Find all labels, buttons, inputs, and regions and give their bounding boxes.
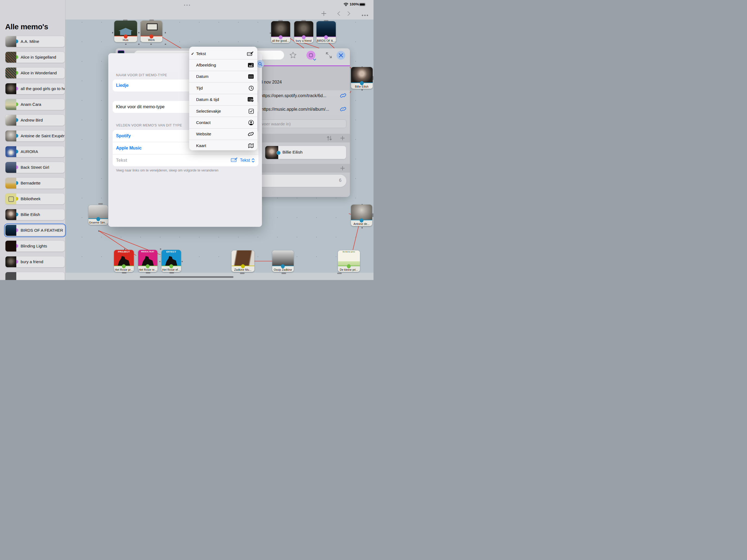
- count-row[interactable]: 6: [255, 175, 346, 187]
- card-drag-handle[interactable]: [282, 273, 286, 274]
- sidebar-item[interactable]: Alice in Wonderland: [5, 67, 65, 79]
- card-drag-handle[interactable]: [240, 273, 244, 274]
- nav-forward-icon[interactable]: [347, 11, 351, 17]
- menu-item-tijd[interactable]: Tijd: [189, 82, 257, 94]
- sidebar-item[interactable]: Billie Eilish: [5, 209, 65, 220]
- sidebar-item[interactable]: Antoine de Saint Exupéry: [5, 130, 65, 142]
- menu-item-contact[interactable]: Contact: [189, 117, 257, 128]
- linked-item-row[interactable]: Billie Eilish: [265, 146, 346, 159]
- sidebar-item[interactable]: BIRDS OF A FEATHER: [5, 225, 65, 236]
- card-image: EFFECT: [161, 250, 181, 266]
- battery-percent: 100%: [350, 2, 359, 6]
- canvas-card[interactable]: Graeme Sim...: [88, 205, 108, 225]
- color-type-button[interactable]: [306, 51, 315, 60]
- card-image: [88, 205, 108, 219]
- sidebar-item-thumbnail: [5, 193, 16, 204]
- value-input[interactable]: (voer waarde in): [255, 119, 346, 128]
- sidebar-item-label: Alice in Spiegelland: [21, 55, 56, 59]
- sidebar-item-partial[interactable]: [5, 272, 65, 280]
- canvas-card[interactable]: Ossip Zadkine: [272, 250, 294, 272]
- canvas-card[interactable]: bury a friend: [294, 21, 313, 43]
- search-button[interactable]: [256, 60, 264, 68]
- menu-item-selectievakje[interactable]: Selectievakje: [189, 105, 257, 117]
- sidebar-item[interactable]: AURORA: [5, 146, 65, 157]
- sidebar-item[interactable]: A.A. Milne: [5, 36, 65, 47]
- sidebar-item[interactable]: Anam Ċara: [5, 99, 65, 110]
- panel-add-icon[interactable]: [340, 166, 345, 171]
- more-options-icon[interactable]: [362, 12, 368, 17]
- selection-handle: [159, 261, 161, 262]
- canvas-card[interactable]: Antoine de...: [351, 205, 372, 226]
- card-status-dot: [170, 264, 173, 268]
- sidebar-item[interactable]: Back Street Girl: [5, 162, 65, 173]
- window-grabber-icon[interactable]: [183, 2, 190, 7]
- field-tekst-label: Tekst: [116, 158, 127, 163]
- canvas-card[interactable]: BIRDS OF A...: [316, 21, 336, 43]
- menu-item-datum[interactable]: Datum: [189, 71, 257, 82]
- close-panel-button[interactable]: [337, 51, 345, 60]
- menu-item-label: Afbeelding: [196, 63, 216, 68]
- canvas-card[interactable]: PROJECTHet Rosie pr...: [114, 250, 134, 272]
- panel-sort-icon[interactable]: [327, 136, 332, 142]
- sidebar-item[interactable]: Alice in Spiegelland: [5, 52, 65, 63]
- link-icon: [248, 131, 254, 137]
- card-label: De kleine pri...: [338, 268, 360, 271]
- card-label: Het Rosie re...: [138, 268, 158, 271]
- card-cover-text: De kleine prins: [338, 251, 360, 252]
- sidebar-item[interactable]: Bibliotheek: [5, 193, 65, 205]
- canvas-card[interactable]: Werk: [140, 21, 162, 42]
- sidebar-item[interactable]: Blinding Lights: [5, 240, 65, 252]
- card-drag-handle[interactable]: [337, 273, 342, 274]
- field-type-button[interactable]: Tekst: [231, 154, 255, 166]
- menu-item-label: Contact: [196, 120, 211, 125]
- card-status-dot: [360, 81, 364, 85]
- sidebar-item[interactable]: all the good girls go to hell: [5, 83, 65, 95]
- sidebar-item[interactable]: bury a friend: [5, 256, 65, 268]
- sidebar-item-label: Anam Ċara: [21, 102, 41, 107]
- count-value: 6: [339, 178, 341, 183]
- text-input-icon: [231, 157, 238, 164]
- expand-icon[interactable]: [326, 52, 332, 60]
- canvas-card[interactable]: EFFECTHet Rosie ef...: [161, 250, 181, 272]
- card-drag-handle[interactable]: [98, 203, 103, 205]
- canvas-card[interactable]: RESULTAATHet Rosie re...: [138, 250, 158, 272]
- vertical-scrollbar[interactable]: [372, 213, 374, 217]
- sidebar-item-thumbnail: [5, 225, 16, 236]
- card-drag-handle[interactable]: [170, 272, 174, 273]
- field-row-tekst[interactable]: Tekst Tekst: [113, 154, 258, 166]
- apple-music-url-value[interactable]: https://music.apple.com/nl/album/...: [261, 107, 329, 112]
- horizontal-scrollbar[interactable]: [140, 276, 233, 278]
- menu-item-datum-tijd[interactable]: Datum & tijd: [189, 94, 257, 105]
- card-label: Ossip Zadkine: [272, 268, 294, 271]
- menu-item-kaart[interactable]: Kaart: [189, 140, 257, 150]
- card-drag-handle[interactable]: [146, 272, 150, 273]
- canvas-add-icon[interactable]: [321, 11, 326, 17]
- apple-music-link-icon[interactable]: [340, 106, 346, 113]
- spotify-link-icon[interactable]: [340, 92, 346, 100]
- card-status-dot: [324, 35, 328, 39]
- menu-item-website[interactable]: Website: [189, 128, 257, 140]
- menu-item-tekst[interactable]: ✓Tekst: [189, 48, 257, 59]
- panel-add-icon[interactable]: [340, 136, 345, 141]
- menu-item-afbeelding[interactable]: Afbeelding: [189, 59, 257, 71]
- selection-handle: [362, 89, 363, 90]
- canvas-card[interactable]: Huis: [114, 21, 137, 42]
- canvas-card[interactable]: De kleine prinsDe kleine pri...: [338, 250, 360, 272]
- nav-back-icon[interactable]: [337, 11, 340, 17]
- card-image: De kleine prins: [338, 250, 360, 266]
- selection-handle: [138, 32, 139, 33]
- sidebar-item[interactable]: Andrew Bird: [5, 114, 65, 126]
- spotify-url-value[interactable]: https://open.spotify.com/track/6d...: [261, 93, 326, 98]
- canvas-card[interactable]: Billie Eilish: [351, 67, 373, 89]
- canvas-card[interactable]: all the good...: [271, 21, 290, 43]
- selection-handle: [165, 32, 166, 33]
- canvas-card[interactable]: Zadkine Mu...: [232, 250, 254, 272]
- sidebar-item-label: A.A. Milne: [21, 39, 39, 44]
- menu-item-label: Tekst: [196, 51, 206, 56]
- selection-handle: [150, 44, 152, 45]
- sidebar-item[interactable]: Bernadette: [5, 178, 65, 189]
- card-cover-text: RESULTAAT: [138, 250, 158, 253]
- image-icon: [248, 63, 254, 68]
- star-icon[interactable]: [289, 52, 297, 60]
- card-drag-handle[interactable]: [122, 272, 127, 273]
